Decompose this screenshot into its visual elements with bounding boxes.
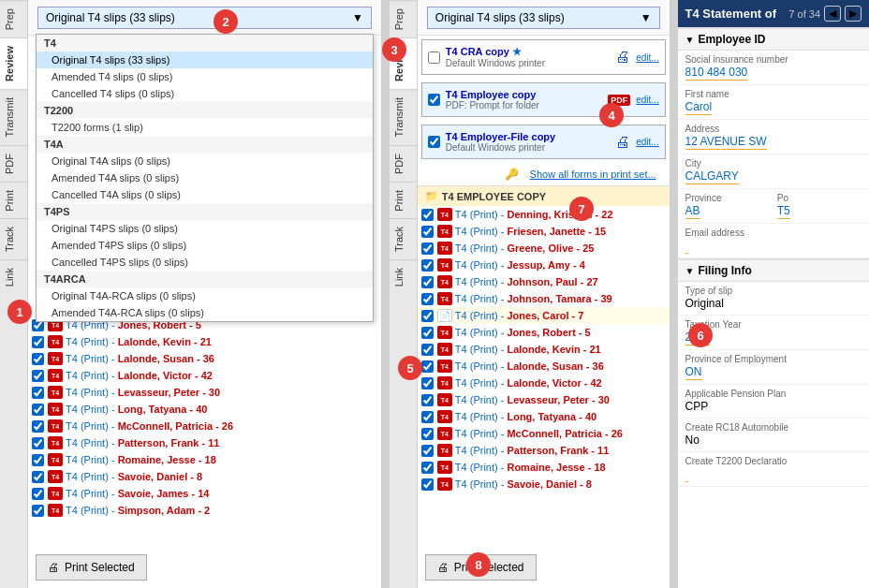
- slip-checkbox[interactable]: [421, 310, 434, 322]
- right-tab-track[interactable]: Track: [390, 218, 417, 259]
- employee-edit-link[interactable]: edit...: [636, 95, 658, 105]
- dropdown-item-amended-t4[interactable]: Amended T4 slips (0 slips): [37, 68, 373, 85]
- list-item[interactable]: T4 T4 (Print) - Lalonde, Susan - 36: [418, 358, 670, 375]
- list-item[interactable]: T4 T4 (Print) - Savoie, James - 14: [28, 485, 381, 502]
- list-item[interactable]: T4 T4 (Print) - Lalonde, Susan - 36: [28, 350, 381, 367]
- right-tab-pdf[interactable]: PDF: [390, 145, 417, 182]
- left-dropdown[interactable]: Original T4 slips (33 slips) ▼: [37, 7, 372, 29]
- slip-checkbox[interactable]: [421, 411, 434, 423]
- list-item[interactable]: T4 T4 (Print) - Lalonde, Victor - 42: [418, 375, 670, 391]
- slip-checkbox[interactable]: [32, 505, 44, 517]
- slip-checkbox[interactable]: [421, 445, 434, 457]
- slip-checkbox[interactable]: [32, 454, 44, 466]
- list-item[interactable]: T4 T4 (Print) - Simpson, Adam - 2: [28, 502, 381, 519]
- dropdown-item-original-t4arca[interactable]: Original T4A-RCA slips (0 slips): [37, 287, 373, 304]
- list-item[interactable]: T4 T4 (Print) - Lalonde, Victor - 42: [28, 367, 381, 384]
- employee-checkbox[interactable]: [428, 94, 440, 106]
- slip-checkbox[interactable]: [421, 243, 434, 255]
- right-tab-transmit[interactable]: Transmit: [390, 89, 417, 144]
- list-item[interactable]: T4 T4 (Print) - Long, Tatyana - 40: [28, 401, 381, 418]
- list-item[interactable]: T4 T4 (Print) - Lalonde, Kevin - 21: [418, 341, 670, 358]
- slip-checkbox[interactable]: [421, 462, 434, 474]
- right-tab-link[interactable]: Link: [390, 259, 417, 294]
- employer-edit-link[interactable]: edit...: [636, 137, 658, 147]
- slip-checkbox[interactable]: [421, 209, 434, 221]
- panel-separator[interactable]: [382, 0, 390, 588]
- list-item[interactable]: T4 T4 (Print) - Levasseur, Peter - 30: [28, 384, 381, 401]
- right-print-button[interactable]: 🖨 Print Selected: [425, 554, 537, 581]
- dropdown-item-amended-t4arca[interactable]: Amended T4A-RCA slips (0 slips): [37, 304, 373, 321]
- panel-separator-2[interactable]: [670, 0, 678, 588]
- dropdown-item-original-t4[interactable]: Original T4 slips (33 slips): [37, 51, 373, 68]
- list-item[interactable]: T4 T4 (Print) - Romaine, Jesse - 18: [28, 451, 381, 468]
- employee-copy-option[interactable]: T4 Employee copy PDF: Prompt for folder …: [421, 82, 666, 117]
- sidebar-tab-print[interactable]: Print: [0, 182, 27, 219]
- list-item[interactable]: T4 T4 (Print) - Patterson, Frank - 11: [418, 442, 670, 459]
- slip-checkbox[interactable]: [421, 276, 434, 288]
- slip-checkbox[interactable]: [32, 387, 44, 399]
- show-all-link[interactable]: Show all forms in print set...: [523, 167, 664, 182]
- dropdown-item-cancelled-t4[interactable]: Cancelled T4 slips (0 slips): [37, 85, 373, 102]
- employer-checkbox[interactable]: [428, 136, 440, 148]
- slip-checkbox[interactable]: [32, 370, 44, 382]
- dropdown-item-t2200[interactable]: T2200 forms (1 slip): [37, 119, 373, 136]
- cra-edit-link[interactable]: edit...: [636, 52, 658, 63]
- list-item[interactable]: T4 T4 (Print) - Friesen, Janette - 15: [418, 223, 670, 240]
- list-item[interactable]: T4 T4 (Print) - Denning, Kristian - 22: [418, 206, 670, 223]
- slip-checkbox[interactable]: [421, 293, 434, 305]
- left-print-button[interactable]: 🖨 Print Selected: [36, 554, 147, 581]
- list-item[interactable]: T4 T4 (Print) - McConnell, Patricia - 26: [28, 418, 381, 434]
- slip-checkbox[interactable]: [32, 437, 44, 449]
- sidebar-tab-pdf[interactable]: PDF: [0, 145, 27, 182]
- filing-collapse-arrow[interactable]: ▼: [685, 266, 695, 276]
- slip-checkbox[interactable]: [421, 377, 434, 390]
- slip-checkbox[interactable]: [32, 488, 44, 500]
- list-item[interactable]: T4 T4 (Print) - Jones, Robert - 5: [418, 324, 670, 341]
- right-tab-print[interactable]: Print: [390, 182, 417, 219]
- dropdown-item-cancelled-t4a[interactable]: Cancelled T4A slips (0 slips): [37, 186, 373, 203]
- slip-checkbox[interactable]: [32, 336, 44, 348]
- sidebar-tab-prep[interactable]: Prep: [0, 0, 27, 37]
- list-item[interactable]: T4 T4 (Print) - Lalonde, Kevin - 21: [28, 333, 381, 350]
- right-tab-prep[interactable]: Prep: [390, 0, 417, 37]
- collapse-arrow[interactable]: ▼: [685, 35, 695, 45]
- slip-checkbox[interactable]: [32, 420, 44, 433]
- dropdown-item-amended-t4a[interactable]: Amended T4A slips (0 slips): [37, 169, 373, 186]
- dropdown-item-original-t4ps[interactable]: Original T4PS slips (0 slips): [37, 220, 373, 237]
- slip-checkbox[interactable]: [421, 259, 434, 272]
- list-item[interactable]: T4 T4 (Print) - Romaine, Jesse - 18: [418, 459, 670, 476]
- slip-checkbox[interactable]: [421, 327, 434, 339]
- cra-copy-option[interactable]: T4 CRA copy ★ Default Windows printer 🖨 …: [421, 39, 666, 75]
- slip-checkbox[interactable]: [421, 344, 434, 356]
- cra-checkbox[interactable]: [428, 51, 440, 64]
- next-page-button[interactable]: ▶: [845, 6, 862, 22]
- right-tab-review[interactable]: Review: [390, 37, 417, 89]
- slip-checkbox[interactable]: [32, 353, 44, 365]
- employer-copy-option[interactable]: T4 Employer-File copy Default Windows pr…: [421, 125, 666, 159]
- sidebar-tab-track[interactable]: Track: [0, 218, 27, 259]
- slip-checkbox[interactable]: [421, 478, 434, 491]
- slip-checkbox[interactable]: [421, 428, 434, 440]
- list-item[interactable]: T4 T4 (Print) - Johnson, Paul - 27: [418, 273, 670, 290]
- slip-checkbox[interactable]: [32, 404, 44, 416]
- slip-checkbox[interactable]: [421, 226, 434, 238]
- list-item[interactable]: 📄 T4 (Print) - Jones, Carol - 7: [418, 307, 670, 324]
- right-dropdown[interactable]: Original T4 slips (33 slips) ▼: [427, 7, 660, 29]
- dropdown-item-amended-t4ps[interactable]: Amended T4PS slips (0 slips): [37, 237, 373, 254]
- sidebar-tab-link[interactable]: Link: [0, 259, 27, 294]
- list-item[interactable]: T4 T4 (Print) - Savoie, Daniel - 8: [418, 476, 670, 492]
- sidebar-tab-review[interactable]: Review: [0, 37, 27, 89]
- slip-checkbox[interactable]: [32, 471, 44, 483]
- dropdown-item-cancelled-t4ps[interactable]: Cancelled T4PS slips (0 slips): [37, 254, 373, 271]
- slip-checkbox[interactable]: [421, 394, 434, 406]
- sidebar-tab-transmit[interactable]: Transmit: [0, 89, 27, 144]
- dropdown-item-original-t4a[interactable]: Original T4A slips (0 slips): [37, 153, 373, 169]
- list-item[interactable]: T4 T4 (Print) - Levasseur, Peter - 30: [418, 391, 670, 408]
- slip-checkbox[interactable]: [421, 360, 434, 373]
- list-item[interactable]: T4 T4 (Print) - Greene, Olive - 25: [418, 240, 670, 257]
- list-item[interactable]: T4 T4 (Print) - Johnson, Tamara - 39: [418, 290, 670, 307]
- list-item[interactable]: T4 T4 (Print) - Long, Tatyana - 40: [418, 408, 670, 425]
- list-item[interactable]: T4 T4 (Print) - Savoie, Daniel - 8: [28, 468, 381, 485]
- prev-page-button[interactable]: ◀: [824, 6, 841, 22]
- list-item[interactable]: T4 T4 (Print) - Jessup, Amy - 4: [418, 257, 670, 273]
